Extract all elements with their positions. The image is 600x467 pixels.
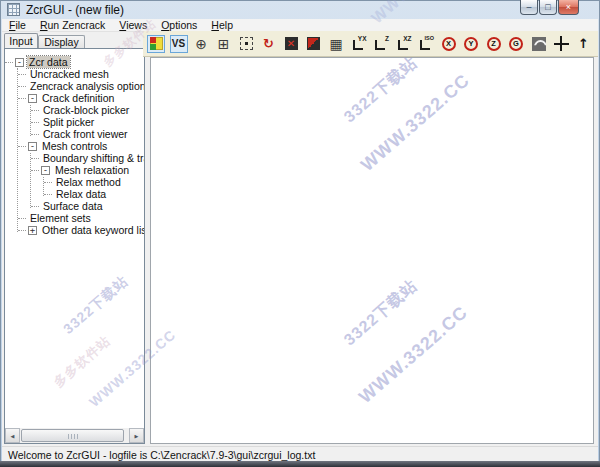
tree-item-surface-data[interactable]: Surface data <box>5 200 144 212</box>
axis-view-icon: YX <box>351 36 367 52</box>
view-iso-button[interactable]: ISO <box>417 35 435 53</box>
tree-connector-stub <box>18 98 26 99</box>
tree-item-uncracked-mesh[interactable]: Uncracked mesh <box>5 68 144 80</box>
rotate-axis-icon: Y <box>464 37 478 51</box>
tree-connector-stub <box>31 158 39 159</box>
wireframe-mesh-view-icon: ⊞ <box>218 37 230 51</box>
vs-toggle-button[interactable]: VS <box>170 35 188 53</box>
axis-label: Z <box>385 36 389 43</box>
tree-connector-line <box>43 177 44 196</box>
wireframe-sphere-view-button[interactable]: ⊕ <box>192 35 210 53</box>
tree-item-label: Mesh relaxation <box>53 164 131 176</box>
tree-item-boundary-shifting-transl[interactable]: Boundary shifting & transl <box>5 152 144 164</box>
tree-item-crack-front-viewer[interactable]: Crack front viewer <box>5 128 144 140</box>
tree-connector-stub <box>18 74 26 75</box>
tree-connector-line <box>17 68 18 232</box>
menu-file[interactable]: File <box>2 19 33 32</box>
tree-item-split-picker[interactable]: Split picker <box>5 116 144 128</box>
tree-item-label: Element sets <box>28 212 93 224</box>
tree-item-crack-block-picker[interactable]: Crack-block picker <box>5 104 144 116</box>
rotate-view-button[interactable]: ↻ <box>260 35 278 53</box>
tree-item-mesh-controls[interactable]: -Mesh controls <box>5 140 144 152</box>
collapse-box[interactable]: - <box>41 166 50 175</box>
fit-view-icon <box>240 37 253 50</box>
axis-view-icon: ISO <box>418 36 434 52</box>
menu-help[interactable]: Help <box>204 19 240 32</box>
rotate-about-z-button[interactable]: Z <box>485 35 503 53</box>
tree-connector-stub <box>18 218 26 219</box>
tree-item-label: Relax method <box>54 176 123 188</box>
scroll-left-button[interactable]: ◀ <box>5 428 20 443</box>
tree-item-element-sets[interactable]: Element sets <box>5 212 144 224</box>
tree-connector-stub <box>31 122 39 123</box>
scroll-right-button[interactable]: ▶ <box>129 428 144 443</box>
rotate-about-g-button[interactable]: G <box>507 35 525 53</box>
red-fill-grid-icon <box>307 37 320 50</box>
arc-icon <box>532 37 546 51</box>
colored-blocks-icon <box>150 37 163 50</box>
window-bottom-border <box>0 461 600 467</box>
rotate-icon: ↻ <box>263 36 274 51</box>
tree-item-other-data-keyword-list[interactable]: +Other data keyword list <box>5 224 144 236</box>
tree-connector-stub <box>31 206 39 207</box>
title-bar[interactable]: ZcrGUI - (new file) –□× <box>0 0 600 19</box>
tree-item-relax-data[interactable]: Relax data <box>5 188 144 200</box>
tree-item-zencrack-analysis-options[interactable]: Zencrack analysis options <box>5 80 144 92</box>
axis-label: XZ <box>403 36 411 43</box>
tree-connector-stub <box>44 194 52 195</box>
rotate-about-x-button[interactable]: X <box>440 35 458 53</box>
rotate-axis-icon: G <box>509 37 523 51</box>
tree-item-label: Zcr data <box>27 56 70 68</box>
fit-view-button[interactable] <box>237 35 255 53</box>
view-yx-button[interactable]: YX <box>350 35 368 53</box>
tree-item-label: Surface data <box>41 200 105 212</box>
grid-view-button[interactable]: ▦ <box>327 35 345 53</box>
tree-connector-stub <box>18 230 26 231</box>
window-controls: –□× <box>519 0 579 15</box>
rotate-axis-icon: Z <box>487 37 501 51</box>
arc-tool-button[interactable] <box>530 35 548 53</box>
scrollbar-thumb[interactable] <box>21 429 124 442</box>
scrollbar-track[interactable] <box>20 428 129 443</box>
wireframe-mesh-view-button[interactable]: ⊞ <box>215 35 233 53</box>
graphics-view[interactable] <box>150 57 594 444</box>
close-button[interactable]: × <box>558 0 579 15</box>
tree-item-zcr-data[interactable]: -Zcr data <box>5 56 144 68</box>
tree-item-mesh-relaxation[interactable]: -Mesh relaxation <box>5 164 144 176</box>
tree-item-relax-method[interactable]: Relax method <box>5 176 144 188</box>
collapse-box[interactable]: - <box>28 142 37 151</box>
app-window: ZcrGUI - (new file) –□× FileRun Zencrack… <box>0 0 600 467</box>
axis-label: ISO <box>425 36 434 42</box>
view-xz-button[interactable]: XZ <box>395 35 413 53</box>
view-z-button[interactable]: Z <box>372 35 390 53</box>
tree-item-label: Boundary shifting & transl <box>41 152 145 164</box>
tree-connector-line <box>30 105 31 136</box>
up-arrow-icon: ↑ <box>578 36 589 51</box>
input-tree-panel: -Zcr dataUncracked meshZencrack analysis… <box>4 48 145 444</box>
crack-blocks-toggle-button[interactable] <box>147 35 165 53</box>
menu-views[interactable]: Views <box>112 19 154 32</box>
collapse-box[interactable]: - <box>28 94 37 103</box>
menu-options[interactable]: Options <box>154 19 204 32</box>
tree-connector-stub <box>18 86 26 87</box>
pan-tool-button[interactable] <box>552 35 570 53</box>
menu-run-zencrack[interactable]: Run Zencrack <box>33 19 112 32</box>
tree-connector-stub <box>31 110 39 111</box>
move-up-tool-button[interactable]: ↑ <box>575 35 593 53</box>
app-icon <box>7 3 20 16</box>
tab-display[interactable]: Display <box>38 35 85 48</box>
minimize-button[interactable]: – <box>520 0 538 15</box>
status-bar: Welcome to ZcrGUI - logfile is C:\Zencra… <box>2 446 598 462</box>
maximize-button[interactable]: □ <box>539 0 557 15</box>
mesh-red-x-button[interactable]: ✕ <box>282 35 300 53</box>
mesh-red-fill-button[interactable] <box>305 35 323 53</box>
grid-view-icon: ▦ <box>329 37 342 51</box>
collapse-box[interactable]: - <box>15 58 24 67</box>
tab-input[interactable]: Input <box>4 33 38 48</box>
axis-view-icon: Z <box>373 36 389 52</box>
expand-box[interactable]: + <box>28 226 37 235</box>
red-x-grid-icon: ✕ <box>285 37 298 50</box>
rotate-about-y-button[interactable]: Y <box>462 35 480 53</box>
tree-item-crack-definition[interactable]: -Crack definition <box>5 92 144 104</box>
tree-item-label: Crack definition <box>40 92 116 104</box>
